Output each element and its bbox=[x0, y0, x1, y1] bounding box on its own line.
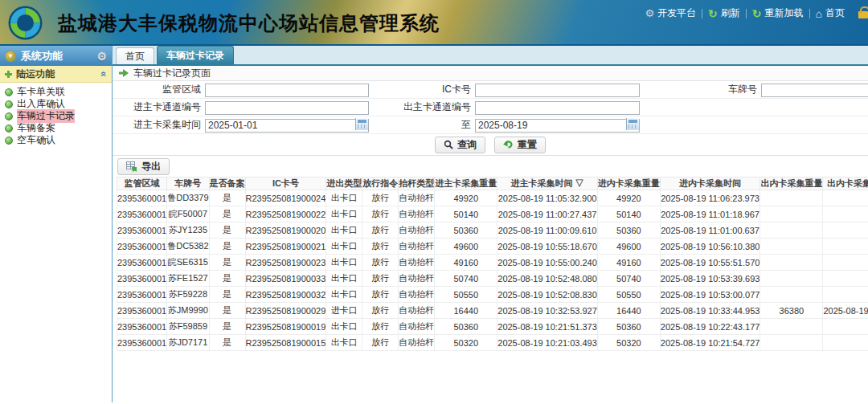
logout-lock-icon[interactable] bbox=[858, 11, 868, 18]
tab-home[interactable]: 首页 bbox=[116, 47, 154, 64]
cell: 2025-08-19 10:21:51.373 bbox=[497, 319, 598, 335]
cell bbox=[823, 190, 868, 206]
cell: 是 bbox=[209, 271, 245, 287]
cell: 50360 bbox=[435, 222, 497, 239]
out-channel-input[interactable] bbox=[475, 101, 640, 115]
cell: 2395360001 bbox=[117, 190, 167, 206]
sidebar-item[interactable]: 出入库确认 bbox=[0, 98, 112, 110]
cell: 16440 bbox=[435, 303, 497, 319]
table-row[interactable]: 2395360001苏FE1527是R239525081900033出卡口放行自… bbox=[117, 271, 868, 287]
cell: 进卡口 bbox=[326, 303, 362, 319]
cell: 49600 bbox=[435, 239, 497, 255]
cell: 2395360001 bbox=[117, 222, 167, 239]
sidebar-item[interactable]: 车卡单关联 bbox=[0, 86, 112, 98]
export-row: 导出 bbox=[113, 156, 868, 177]
green-arrow-icon bbox=[119, 69, 129, 77]
column-header[interactable]: 进内卡采集重量 bbox=[597, 178, 660, 190]
cell: 2025-08-19 10:56:10.380 bbox=[660, 239, 760, 255]
export-button[interactable]: 导出 bbox=[117, 158, 170, 175]
cell: 2025-08-19 11:02 bbox=[823, 303, 868, 319]
table-row[interactable]: 2395360001苏JM9990是R239525081900029进卡口放行自… bbox=[117, 303, 868, 319]
link-reload[interactable]: ↻ 重新加载 bbox=[747, 6, 809, 20]
time-from-input[interactable] bbox=[205, 119, 369, 133]
cell: 自动抬杆 bbox=[399, 206, 435, 222]
app-title: 盐城港大丰保税物流中心场站信息管理系统 bbox=[58, 10, 440, 36]
cell: 2025-08-19 10:22:43.177 bbox=[660, 319, 760, 335]
cell bbox=[760, 190, 823, 206]
sidebar-item[interactable]: 车辆备案 bbox=[0, 122, 112, 134]
table-row[interactable]: 2395360001鲁DD3379是R239525081900024出卡口放行自… bbox=[117, 190, 868, 206]
table-row[interactable]: 2395360001皖SE6315是R239525081900023出卡口放行自… bbox=[117, 255, 868, 271]
table-row[interactable]: 2395360001鲁DC5382是R239525081900021出卡口放行自… bbox=[117, 239, 868, 255]
column-header[interactable]: 监管区域 bbox=[117, 178, 167, 190]
column-header[interactable]: 放行指令 bbox=[362, 178, 399, 190]
cell: 2025-08-19 11:05:32.900 bbox=[497, 190, 598, 206]
cell: 自动抬杆 bbox=[399, 255, 435, 271]
cell: 50140 bbox=[435, 206, 497, 222]
cell bbox=[823, 319, 868, 335]
cell: 自动抬杆 bbox=[399, 222, 435, 239]
plate-input[interactable] bbox=[761, 84, 868, 97]
cell: 50740 bbox=[435, 271, 497, 287]
column-header[interactable]: 是否备案 bbox=[209, 178, 245, 190]
sidebar-collapse-icon[interactable]: ▾ bbox=[5, 51, 16, 62]
cell: 放行 bbox=[362, 335, 399, 351]
calendar-icon[interactable] bbox=[355, 118, 368, 130]
tab-vehicle-pass-records[interactable]: 车辆过卡记录 bbox=[157, 46, 234, 64]
column-header[interactable]: 抬杆类型 bbox=[399, 178, 435, 190]
cell bbox=[760, 239, 823, 255]
link-dev-platform[interactable]: ⚙ 开发平台 bbox=[639, 6, 702, 20]
column-header[interactable]: 进出类型 bbox=[326, 178, 362, 190]
cell: 2025-08-19 10:53:39.693 bbox=[660, 271, 760, 287]
sidebar-item[interactable]: 空车确认 bbox=[0, 134, 112, 146]
column-header[interactable]: 出内卡采集时间 bbox=[823, 178, 868, 190]
table-row[interactable]: 2395360001苏F59859是R239525081900019出卡口放行自… bbox=[117, 319, 868, 335]
cell: 放行 bbox=[362, 271, 399, 287]
column-header[interactable]: 进主卡采集重量 bbox=[435, 178, 497, 190]
time-to-input[interactable] bbox=[475, 119, 640, 133]
cell: 49160 bbox=[597, 255, 660, 271]
cell: 苏F59228 bbox=[167, 287, 209, 303]
cell: 苏FE1527 bbox=[167, 271, 209, 287]
table-row[interactable]: 2395360001苏JD7171是R239525081900015出卡口放行自… bbox=[117, 335, 868, 351]
app-logo-icon bbox=[7, 5, 43, 41]
calendar-icon[interactable] bbox=[626, 118, 639, 130]
link-home[interactable]: ⌂ 首页 bbox=[810, 6, 850, 20]
table-row[interactable]: 2395360001苏F59228是R239525081900032出卡口放行自… bbox=[117, 287, 868, 303]
region-input[interactable] bbox=[205, 84, 369, 97]
sidebar: ▾ 系统功能 ⚙ 陆运功能 « 车卡单关联出入库确认车辆过卡记录车辆备案空车确认 bbox=[0, 46, 113, 402]
to-label: 至 bbox=[369, 118, 475, 132]
cell: 鲁DD3379 bbox=[167, 190, 209, 206]
table-row[interactable]: 2395360001皖F50007是R239525081900022出卡口放行自… bbox=[117, 206, 868, 222]
cell: 2025-08-19 10:52:48.080 bbox=[497, 271, 598, 287]
undo-arrow-icon bbox=[503, 140, 514, 149]
sidebar-gear-icon[interactable]: ⚙ bbox=[96, 51, 107, 62]
column-header[interactable]: 出内卡采集重量 bbox=[760, 178, 823, 190]
column-header[interactable]: IC卡号 bbox=[245, 178, 326, 190]
cell: 苏JY1235 bbox=[167, 222, 209, 239]
cell: 50360 bbox=[597, 222, 660, 239]
region-label: 监管区域 bbox=[113, 83, 205, 96]
sidebar-section-landtransport[interactable]: 陆运功能 « bbox=[0, 66, 112, 83]
cell: 2395360001 bbox=[117, 239, 167, 255]
section-collapse-icon[interactable]: « bbox=[99, 71, 110, 77]
column-header[interactable]: 进主卡采集时间 ▽ bbox=[497, 178, 598, 190]
link-refresh[interactable]: ↻ 刷新 bbox=[702, 6, 746, 20]
table-row[interactable]: 2395360001苏JY1235是R239525081900020出卡口放行自… bbox=[117, 222, 868, 239]
ic-card-input[interactable] bbox=[475, 84, 640, 97]
ic-card-label: IC卡号 bbox=[369, 83, 475, 96]
query-button[interactable]: 查询 bbox=[435, 137, 485, 153]
cell bbox=[760, 222, 823, 239]
cell: 2395360001 bbox=[117, 255, 167, 271]
column-header[interactable]: 车牌号 bbox=[167, 178, 209, 190]
cell: 2025-08-19 11:00:09.610 bbox=[497, 222, 598, 239]
cell: R239525081900019 bbox=[245, 319, 326, 335]
table-header-row: 监管区域车牌号是否备案IC卡号进出类型放行指令抬杆类型进主卡采集重量进主卡采集时… bbox=[117, 178, 868, 190]
in-channel-input[interactable] bbox=[205, 101, 369, 115]
reset-button[interactable]: 重置 bbox=[494, 137, 546, 153]
column-header[interactable]: 进内卡采集时间 bbox=[660, 178, 760, 190]
cell: R239525081900021 bbox=[245, 239, 326, 255]
cell: 50140 bbox=[597, 206, 660, 222]
sidebar-item[interactable]: 车辆过卡记录 bbox=[0, 110, 112, 122]
cell: 2395360001 bbox=[117, 319, 167, 335]
